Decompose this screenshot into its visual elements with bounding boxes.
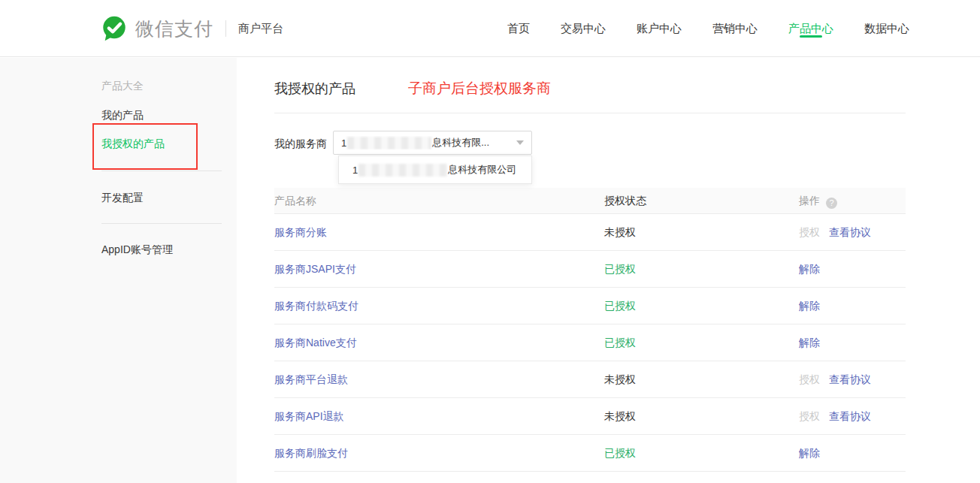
- view-agreement-link[interactable]: 查看协议: [829, 226, 871, 238]
- unbind-action-link[interactable]: 解除: [799, 300, 820, 312]
- product-name-link[interactable]: 服务商付款码支付: [274, 288, 358, 325]
- product-name-link[interactable]: 服务商API退款: [274, 398, 344, 435]
- title-divider: [274, 113, 906, 113]
- view-agreement-link[interactable]: 查看协议: [829, 373, 871, 385]
- sidebar-item-appid-account[interactable]: AppID账号管理: [101, 242, 237, 257]
- option-suffix: 息科技有限公司: [448, 163, 516, 177]
- authorize-action[interactable]: 授权: [799, 373, 820, 385]
- dropdown-option[interactable]: 1 息科技有限公司: [339, 156, 531, 183]
- sidebar-item-my-products[interactable]: 我的产品: [101, 107, 237, 122]
- view-agreement-link[interactable]: 查看协议: [829, 410, 871, 422]
- redacted-text-blur: [358, 164, 447, 177]
- authorized-products-table: 产品名称 授权状态 操作? 服务商分账未授权授权查看协议服务商JSAPI支付已授…: [274, 188, 906, 472]
- table-row: 服务商API退款未授权授权查看协议: [274, 398, 906, 435]
- actions-cell: 授权查看协议: [799, 214, 880, 251]
- logo[interactable]: 微信支付 商户平台: [100, 0, 283, 57]
- col-header-auth-status: 授权状态: [604, 188, 646, 214]
- actions-cell: 解除: [799, 435, 829, 472]
- sidebar-item-all-products: 产品大全: [101, 78, 237, 93]
- status-label: 已授权: [604, 251, 636, 288]
- actions-cell: 解除: [799, 325, 829, 361]
- table-row: 服务商付款码支付已授权解除: [274, 288, 906, 325]
- wechat-pay-logo-icon: [100, 14, 129, 43]
- service-provider-dropdown: 1 息科技有限公司: [338, 155, 532, 184]
- selected-provider-prefix: 1: [341, 137, 346, 149]
- provider-label: 我的服务商: [274, 137, 327, 151]
- unbind-action-link[interactable]: 解除: [799, 447, 820, 459]
- actions-cell: 解除: [799, 251, 829, 288]
- col-header-actions: 操作?: [799, 188, 837, 214]
- product-name-link[interactable]: 服务商平台退款: [274, 361, 348, 398]
- actions-cell: 授权查看协议: [799, 361, 880, 398]
- unbind-action-link[interactable]: 解除: [799, 263, 820, 275]
- nav-item-home[interactable]: 首页: [507, 0, 530, 57]
- selected-provider-value: 1 息科技有限...: [341, 136, 489, 149]
- main-nav: 首页交易中心账户中心营销中心产品中心数据中心: [507, 0, 909, 57]
- status-label: 未授权: [604, 398, 636, 435]
- service-provider-select[interactable]: 1 息科技有限...: [333, 131, 532, 155]
- logo-separator: [225, 20, 226, 37]
- sidebar-item-dev-config[interactable]: 开发配置: [101, 190, 237, 205]
- status-label: 已授权: [604, 288, 636, 325]
- status-label: 已授权: [604, 435, 636, 472]
- table-row: 服务商JSAPI支付已授权解除: [274, 251, 906, 288]
- actions-cell: 授权查看协议: [799, 398, 880, 435]
- chevron-down-icon: [516, 140, 524, 145]
- table-header: 产品名称 授权状态 操作?: [274, 188, 906, 214]
- unbind-action-link[interactable]: 解除: [799, 337, 820, 349]
- product-name-link[interactable]: 服务商Native支付: [274, 325, 357, 361]
- nav-item-transaction-center[interactable]: 交易中心: [561, 0, 606, 57]
- nav-item-marketing-center[interactable]: 营销中心: [712, 0, 758, 57]
- product-name-link[interactable]: 服务商分账: [274, 214, 327, 251]
- sidebar: 产品大全我的产品我授权的产品开发配置AppID账号管理: [0, 58, 237, 483]
- page-title: 我授权的产品: [274, 80, 355, 98]
- sidebar-item-my-authorized-products[interactable]: 我授权的产品: [101, 136, 237, 151]
- table-row: 服务商刷脸支付已授权解除: [274, 435, 906, 472]
- status-label: 已授权: [604, 325, 636, 361]
- product-name-link[interactable]: 服务商刷脸支付: [274, 435, 348, 472]
- sidebar-divider: [101, 171, 222, 171]
- nav-item-product-center[interactable]: 产品中心: [788, 0, 833, 57]
- status-label: 未授权: [604, 361, 636, 398]
- redacted-text-blur: [347, 137, 431, 149]
- col-header-product-name: 产品名称: [274, 188, 316, 214]
- help-icon[interactable]: ?: [826, 198, 837, 209]
- nav-item-account-center[interactable]: 账户中心: [637, 0, 682, 57]
- logo-text: 微信支付: [135, 17, 213, 41]
- authorize-action[interactable]: 授权: [799, 226, 820, 238]
- table-row: 服务商Native支付已授权解除: [274, 325, 906, 361]
- product-name-link[interactable]: 服务商JSAPI支付: [274, 251, 356, 288]
- top-bar: 微信支付 商户平台 首页交易中心账户中心营销中心产品中心数据中心: [0, 0, 980, 57]
- col-header-actions-label: 操作: [799, 195, 820, 207]
- table-row: 服务商分账未授权授权查看协议: [274, 214, 906, 251]
- selected-provider-suffix: 息科技有限...: [432, 136, 489, 149]
- table-body: 服务商分账未授权授权查看协议服务商JSAPI支付已授权解除服务商付款码支付已授权…: [274, 214, 906, 472]
- authorize-action[interactable]: 授权: [799, 410, 820, 422]
- red-annotation-text: 子商户后台授权服务商: [408, 79, 551, 98]
- option-prefix: 1: [352, 165, 358, 176]
- status-label: 未授权: [604, 214, 636, 251]
- nav-item-data-center[interactable]: 数据中心: [864, 0, 909, 57]
- portal-label: 商户平台: [238, 22, 283, 36]
- sidebar-divider: [101, 223, 222, 224]
- actions-cell: 解除: [799, 288, 829, 325]
- table-row: 服务商平台退款未授权授权查看协议: [274, 361, 906, 398]
